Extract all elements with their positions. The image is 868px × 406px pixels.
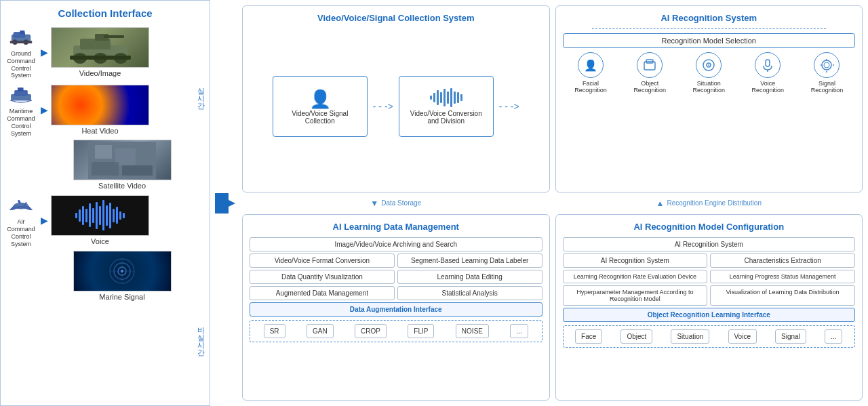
- realtime-label: 실시간: [196, 82, 206, 104]
- quantity-editing-row: Data Quantity Visualization Learning Dat…: [250, 270, 542, 284]
- more-recog-pill[interactable]: ...: [825, 329, 842, 344]
- recog-extraction-row: AI Recognition System Characteristics Ex…: [563, 253, 856, 268]
- hyperparameter-visualization-row: Hyperparameter Management According to R…: [563, 285, 856, 306]
- hyperparameter-box: Hyperparameter Management According to R…: [563, 285, 708, 306]
- ai-recognition-title: AI Recognition System: [563, 13, 856, 23]
- object-recognition-interface-box: Object Recognition Learning Interface: [563, 308, 856, 322]
- more-pill[interactable]: ...: [510, 324, 528, 338]
- voice-recog-label: VoiceRecognition: [752, 80, 785, 94]
- maritime-system-row: MaritimeCommandControlSystem ▶ Heat Vide…: [4, 82, 206, 137]
- model-config-card: AI Recognition Model Configuration AI Re…: [555, 214, 863, 401]
- situation-label: SituationRecognition: [692, 80, 725, 94]
- object-label: ObjectRecognition: [633, 80, 666, 94]
- non-realtime-label: 비실시간: [196, 321, 206, 351]
- triangle-up-icon: ▲: [656, 199, 665, 208]
- voice-image: [51, 195, 149, 236]
- maritime-arrow: ▶: [41, 104, 48, 115]
- augmentation-pills-row: SR GAN CROP FLIP NOISE ...: [250, 320, 542, 342]
- learning-management-card: AI Learning Data Management Image/Video/…: [242, 214, 550, 401]
- top-row: Video/Voice/Signal Collection System 👤 V…: [242, 5, 863, 192]
- flip-pill[interactable]: FLIP: [408, 324, 434, 338]
- progress-status-box: Learning Progress Status Management: [710, 270, 855, 283]
- top-dashed: [592, 28, 826, 29]
- editing-box: Learning Data Editing: [397, 270, 542, 284]
- air-system-row: AirCommandControlSystem ▶: [4, 192, 206, 247]
- model-config-title: AI Recognition Model Configuration: [563, 222, 856, 232]
- face-pill[interactable]: Face: [575, 329, 602, 344]
- triangle-down-icon: ▼: [370, 199, 378, 208]
- air-arrow: ▶: [41, 215, 48, 226]
- noise-pill[interactable]: NOISE: [456, 324, 489, 338]
- ground-arrow: ▶: [41, 47, 48, 58]
- svg-point-34: [708, 64, 709, 66]
- svg-rect-9: [104, 35, 124, 38]
- data-augmentation-interface-box: Data Augmentation Interface: [250, 302, 542, 317]
- ai-recog-system-box2: AI Recognition System: [563, 253, 708, 268]
- signal-recog-label: SignalRecognition: [811, 80, 844, 94]
- learning-rate-box: Learning Recognition Rate Evaluation Dev…: [563, 270, 708, 283]
- sr-pill[interactable]: SR: [264, 324, 285, 338]
- statistical-box: Statistical Analysis: [397, 286, 542, 300]
- ai-recognition-card: AI Recognition System Recognition Model …: [555, 5, 863, 192]
- data-storage-label: ▼ Data Storage: [242, 197, 550, 210]
- recognition-pills-row: Face Object Situation Voice Signal ...: [563, 325, 856, 348]
- signal-recognition-circle: [814, 52, 840, 78]
- dashed-arrow-2: - - ->: [499, 101, 519, 112]
- wave-icon: [430, 88, 462, 107]
- crop-pill[interactable]: CROP: [355, 324, 387, 338]
- svg-marker-29: [215, 193, 235, 214]
- ground-system-label: GroundCommandControlSystem: [7, 50, 35, 79]
- voice-recognition-circle: [755, 52, 781, 78]
- satellite-image: [73, 140, 172, 180]
- main-arrow: [210, 0, 237, 406]
- ground-system-row: GroundCommandControlSystem ▶ Video/Image: [4, 24, 206, 79]
- maritime-icon: MaritimeCommandControlSystem: [4, 82, 38, 137]
- svg-rect-13: [70, 56, 131, 60]
- svg-point-38: [824, 62, 829, 68]
- middle-labels-row: ▼ Data Storage ▲ Recognition Engine Dist…: [242, 197, 863, 210]
- signal-collection-label: Video/Voice Signal Collection: [281, 110, 359, 125]
- conversion-box: Video/Voice Conversion and Division: [399, 76, 494, 137]
- air-system-label: AirCommandControlSystem: [7, 218, 35, 247]
- object-pill[interactable]: Object: [620, 329, 652, 344]
- dashed-arrow-1: - - ->: [373, 101, 393, 112]
- collection-system-content: 👤 Video/Voice Signal Collection - - ->: [250, 28, 542, 185]
- svg-rect-16: [18, 87, 24, 92]
- svg-rect-18: [95, 145, 112, 159]
- heat-image: [51, 85, 149, 125]
- format-labeler-row: Video/Voice Format Conversion Segment-Ba…: [250, 253, 542, 268]
- svg-rect-21: [122, 165, 153, 176]
- collection-interface-title: Collection Interface: [58, 7, 152, 19]
- right-area: Video/Voice/Signal Collection System 👤 V…: [237, 0, 868, 406]
- signal-pill[interactable]: Signal: [775, 329, 806, 344]
- gan-pill[interactable]: GAN: [307, 324, 334, 338]
- collection-system-card: Video/Voice/Signal Collection System 👤 V…: [242, 5, 550, 192]
- augment-stats-row: Augmented Data Management Statistical An…: [250, 286, 542, 300]
- learning-management-title: AI Learning Data Management: [250, 222, 542, 232]
- archiving-box: Image/Video/Voice Archiving and Search: [250, 237, 542, 251]
- left-panel: Collection Interface GroundCommandContro…: [0, 0, 210, 406]
- quantity-box: Data Quantity Visualization: [250, 270, 395, 284]
- augmented-data-box: Augmented Data Management: [250, 286, 395, 300]
- marine-row: Marine Signal: [73, 251, 172, 301]
- facial-recognition-circle: 👤: [578, 52, 604, 78]
- person-icon: 👤: [309, 89, 331, 110]
- voice-pill[interactable]: Voice: [728, 329, 757, 344]
- svg-rect-20: [92, 162, 119, 176]
- format-conversion-box: Video/Voice Format Conversion: [250, 253, 395, 268]
- svg-rect-5: [10, 41, 32, 43]
- object-recognition-item: ObjectRecognition: [629, 52, 670, 94]
- voice-wave: [75, 200, 125, 230]
- object-recognition-circle: [637, 52, 663, 78]
- situation-pill[interactable]: Situation: [671, 329, 709, 344]
- marine-image: [73, 251, 172, 291]
- collection-system-title: Video/Voice/Signal Collection System: [250, 13, 542, 23]
- video-image-label: Video/Image: [51, 69, 149, 77]
- svg-rect-35: [766, 60, 770, 66]
- svg-rect-2: [20, 31, 24, 34]
- bottom-row: AI Learning Data Management Image/Video/…: [242, 214, 863, 401]
- engine-distribution-label: ▲ Recognition Engine Distribution: [555, 197, 863, 210]
- tank-image: [51, 27, 149, 68]
- maritime-system-label: MaritimeCommandControlSystem: [7, 108, 35, 137]
- satellite-video-label: Satellite Video: [73, 182, 172, 190]
